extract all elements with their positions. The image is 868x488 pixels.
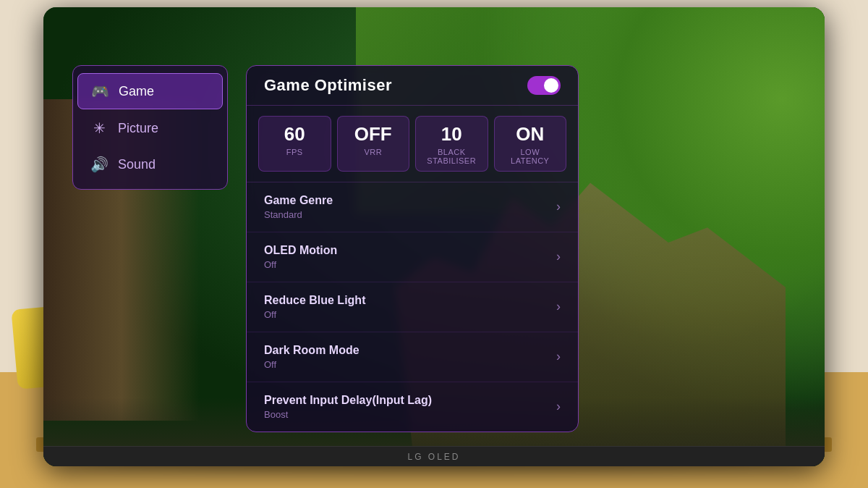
stat-ll-value: ON <box>501 124 561 145</box>
stat-bs-value: 10 <box>422 124 482 145</box>
panel-title: Game Optimiser <box>264 76 392 95</box>
stat-black-stabiliser[interactable]: 10 Black Stabiliser <box>415 116 488 172</box>
menu-item-rbl-title: Reduce Blue Light <box>264 294 365 307</box>
game-optimiser-toggle[interactable] <box>527 76 561 95</box>
menu-item-game-genre-title: Game Genre <box>264 194 333 207</box>
stats-row: 60 FPS OFF VRR 10 Black Stabiliser ON Lo… <box>247 106 578 182</box>
tv-bezel-bottom: LG OLED <box>43 446 825 466</box>
game-optimiser-panel: Game Optimiser 60 FPS OFF VRR 10 Black S… <box>246 65 579 432</box>
game-icon: 🎮 <box>91 83 109 100</box>
menu-item-game-genre-value: Standard <box>264 209 333 220</box>
nav-game-label: Game <box>119 84 154 99</box>
chevron-pid-icon: › <box>556 399 561 414</box>
chevron-oled-motion-icon: › <box>556 249 561 264</box>
picture-icon: ✳ <box>90 119 108 137</box>
nav-item-picture[interactable]: ✳ Picture <box>77 111 223 146</box>
panel-content: Game Genre Standard › OLED Motion Off › … <box>247 182 578 432</box>
menu-item-oled-motion-value: Off <box>264 259 337 270</box>
menu-item-pid-value: Boost <box>264 409 432 420</box>
nav-sound-label: Sound <box>118 157 156 172</box>
menu-item-pid-title: Prevent Input Delay(Input Lag) <box>264 394 432 407</box>
menu-item-game-genre[interactable]: Game Genre Standard › <box>247 182 578 232</box>
stat-vrr-label: VRR <box>344 148 404 156</box>
stat-fps-label: FPS <box>265 148 325 156</box>
tv-frame: 🎮 Game ✳ Picture 🔊 Sound Game Optimiser <box>43 7 825 466</box>
panel-header: Game Optimiser <box>247 66 578 106</box>
menu-item-pid-left: Prevent Input Delay(Input Lag) Boost <box>264 394 432 420</box>
menu-item-oled-motion-left: OLED Motion Off <box>264 244 337 270</box>
stat-low-latency[interactable]: ON Low Latency <box>494 116 567 172</box>
menu-item-drm-left: Dark Room Mode Off <box>264 344 359 370</box>
menu-item-game-genre-left: Game Genre Standard <box>264 194 333 220</box>
chevron-drm-icon: › <box>556 349 561 364</box>
menu-item-drm-value: Off <box>264 359 359 370</box>
stat-fps-value: 60 <box>265 124 325 145</box>
ui-overlay: 🎮 Game ✳ Picture 🔊 Sound Game Optimiser <box>43 7 825 466</box>
stat-vrr[interactable]: OFF VRR <box>337 116 410 172</box>
menu-item-prevent-input-delay[interactable]: Prevent Input Delay(Input Lag) Boost › <box>247 382 578 432</box>
menu-item-reduce-blue-light[interactable]: Reduce Blue Light Off › <box>247 282 578 332</box>
toggle-knob <box>544 78 558 93</box>
chevron-game-genre-icon: › <box>556 199 561 214</box>
nav-picture-label: Picture <box>118 121 158 136</box>
left-nav-panel: 🎮 Game ✳ Picture 🔊 Sound <box>72 65 228 190</box>
stat-bs-label: Black Stabiliser <box>422 148 482 165</box>
stat-fps[interactable]: 60 FPS <box>258 116 331 172</box>
stat-ll-label: Low Latency <box>501 148 561 165</box>
stat-vrr-value: OFF <box>344 124 404 145</box>
sound-icon: 🔊 <box>90 156 108 173</box>
menu-item-oled-motion-title: OLED Motion <box>264 244 337 257</box>
menu-item-drm-title: Dark Room Mode <box>264 344 359 357</box>
nav-item-game[interactable]: 🎮 Game <box>77 73 223 109</box>
menu-item-dark-room-mode[interactable]: Dark Room Mode Off › <box>247 332 578 382</box>
menu-item-oled-motion[interactable]: OLED Motion Off › <box>247 232 578 282</box>
menu-item-rbl-value: Off <box>264 309 365 320</box>
nav-item-sound[interactable]: 🔊 Sound <box>77 147 223 182</box>
tv-brand-label: LG OLED <box>407 452 460 462</box>
chevron-rbl-icon: › <box>556 299 561 314</box>
menu-item-rbl-left: Reduce Blue Light Off <box>264 294 365 320</box>
